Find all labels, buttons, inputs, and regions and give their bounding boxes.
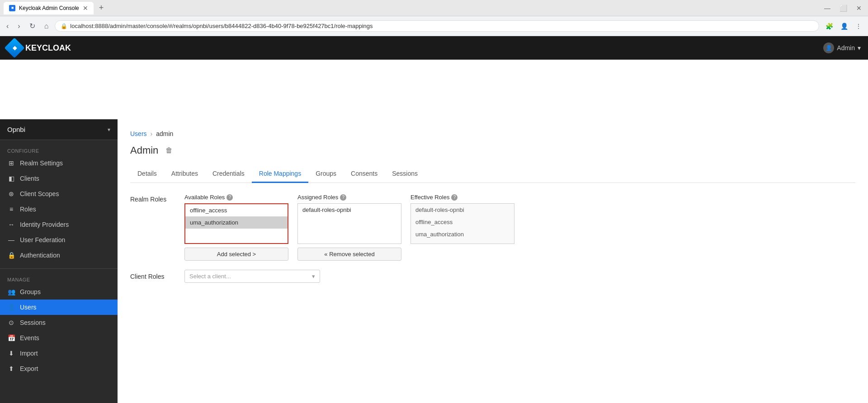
assigned-roles-column: Assigned Roles ? default-roles-opnbi « R… — [297, 194, 401, 261]
logo-text: KEYCLOAK — [25, 43, 71, 53]
effective-roles-column: Effective Roles ? default-roles-opnbi of… — [410, 194, 514, 244]
sidebar-item-sessions[interactable]: ⊙ Sessions — [0, 315, 118, 330]
assigned-roles-help[interactable]: ? — [340, 194, 346, 201]
sidebar-item-identity-providers[interactable]: ↔ Identity Providers — [0, 217, 118, 232]
assigned-roles-list[interactable]: default-roles-opnbi — [297, 203, 401, 244]
clients-icon: ◧ — [7, 175, 15, 182]
sidebar-item-label: Import — [20, 350, 38, 357]
configure-section-title: Configure — [0, 145, 118, 155]
tab-consents[interactable]: Consents — [344, 165, 385, 183]
sidebar-item-clients[interactable]: ◧ Clients — [0, 171, 118, 186]
sidebar-item-label: Sessions — [20, 319, 46, 326]
sidebar-item-roles[interactable]: ≡ Roles — [0, 202, 118, 217]
effective-roles-help[interactable]: ? — [451, 194, 458, 201]
tab-credentials[interactable]: Credentials — [205, 165, 252, 183]
sidebar-item-label: Users — [20, 304, 37, 311]
available-roles-list[interactable]: offline_access uma_authorization — [184, 203, 288, 244]
admin-label: Admin — [837, 44, 855, 52]
sidebar-item-label: Groups — [20, 288, 41, 295]
address-bar[interactable]: 🔒 localhost:8888/admin/master/console/#/… — [55, 20, 819, 32]
events-icon: 📅 — [7, 334, 15, 342]
user-avatar: 👤 — [823, 42, 834, 53]
home-button[interactable]: ⌂ — [42, 20, 52, 32]
tab-role-mappings[interactable]: Role Mappings — [252, 165, 308, 183]
add-selected-button[interactable]: Add selected > — [184, 248, 288, 261]
sidebar-item-import[interactable]: ⬇ Import — [0, 346, 118, 361]
sidebar-item-authentication[interactable]: 🔒 Authentication — [0, 248, 118, 263]
close-browser-button[interactable]: ✕ — [854, 5, 864, 12]
tab-title: Keycloak Admin Console — [19, 5, 79, 11]
realm-roles-label: Realm Roles — [130, 196, 175, 203]
sidebar-item-label: Export — [20, 365, 38, 372]
sidebar-item-label: Roles — [20, 206, 36, 213]
realm-selector[interactable]: Opnbi ▾ — [0, 119, 118, 140]
authentication-icon: 🔒 — [7, 252, 15, 259]
forward-button[interactable]: › — [15, 20, 23, 32]
user-federation-icon: — — [7, 236, 15, 244]
manage-section-title: Manage — [0, 274, 118, 284]
tab-close-button[interactable]: ✕ — [83, 5, 88, 12]
effective-roles-list: default-roles-opnbi offline_access uma_a… — [410, 203, 514, 244]
breadcrumb-current: admin — [156, 130, 173, 137]
client-roles-section: Client Roles Select a client... ▾ — [130, 270, 855, 283]
maximize-button[interactable]: ⬜ — [837, 5, 850, 12]
realm-settings-icon: ⊞ — [7, 159, 15, 167]
effective-role-default-roles: default-roles-opnbi — [411, 204, 514, 216]
role-item-offline-access[interactable]: offline_access — [185, 204, 288, 216]
delete-button[interactable]: 🗑 — [164, 145, 175, 156]
refresh-button[interactable]: ↻ — [27, 20, 38, 32]
sidebar-item-label: Clients — [20, 175, 39, 182]
client-select-placeholder: Select a client... — [189, 273, 231, 280]
effective-roles-title: Effective Roles — [410, 194, 449, 201]
sidebar-item-label: Client Scopes — [20, 190, 59, 197]
sessions-icon: ⊙ — [7, 319, 15, 326]
client-roles-label: Client Roles — [130, 273, 175, 280]
sidebar-item-user-federation[interactable]: — User Federation — [0, 232, 118, 248]
groups-icon: 👥 — [7, 288, 15, 295]
assigned-roles-title: Assigned Roles — [297, 194, 338, 201]
available-roles-help[interactable]: ? — [226, 194, 233, 201]
url-text: localhost:8888/admin/master/console/#/re… — [70, 23, 813, 29]
breadcrumb-users-link[interactable]: Users — [130, 130, 147, 137]
breadcrumb: Users › admin — [130, 130, 855, 137]
export-icon: ⬆ — [7, 365, 15, 372]
sidebar-item-client-scopes[interactable]: ⊛ Client Scopes — [0, 186, 118, 202]
client-scopes-icon: ⊛ — [7, 190, 15, 197]
back-button[interactable]: ‹ — [4, 20, 11, 32]
menu-button[interactable]: ⋮ — [853, 21, 864, 32]
tab-favicon: ◆ — [9, 5, 15, 11]
sidebar-item-realm-settings[interactable]: ⊞ Realm Settings — [0, 155, 118, 171]
address-lock-icon: 🔒 — [61, 23, 67, 29]
sidebar-item-label: Realm Settings — [20, 159, 63, 167]
role-item-default-roles-opnbi[interactable]: default-roles-opnbi — [298, 204, 401, 216]
minimize-button[interactable]: — — [821, 5, 833, 12]
client-select-dropdown[interactable]: Select a client... ▾ — [184, 270, 320, 283]
admin-dropdown-icon: ▾ — [858, 44, 861, 52]
breadcrumb-separator: › — [151, 130, 153, 137]
tab-attributes[interactable]: Attributes — [164, 165, 205, 183]
role-item-uma-authorization[interactable]: uma_authorization — [185, 216, 288, 229]
browser-tab[interactable]: ◆ Keycloak Admin Console ✕ — [4, 2, 94, 14]
sidebar-item-label: Identity Providers — [20, 221, 69, 228]
tab-details[interactable]: Details — [130, 165, 164, 183]
sidebar-item-events[interactable]: 📅 Events — [0, 330, 118, 346]
realm-dropdown-icon: ▾ — [108, 127, 110, 133]
tab-groups[interactable]: Groups — [308, 165, 344, 183]
profile-button[interactable]: 👤 — [838, 21, 851, 32]
users-icon: 👤 — [7, 304, 15, 311]
admin-user-menu[interactable]: 👤 Admin ▾ — [823, 42, 861, 53]
available-roles-column: Available Roles ? offline_access uma_aut… — [184, 194, 288, 261]
remove-selected-button[interactable]: « Remove selected — [297, 248, 401, 261]
client-select-arrow: ▾ — [312, 273, 315, 280]
sidebar-item-export[interactable]: ⬆ Export — [0, 361, 118, 376]
new-tab-button[interactable]: + — [97, 3, 106, 13]
logo-diamond: ◆ — [4, 37, 24, 58]
extensions-button[interactable]: 🧩 — [823, 21, 836, 32]
sidebar-item-label: Authentication — [20, 252, 60, 259]
tab-bar: Details Attributes Credentials Role Mapp… — [130, 165, 855, 183]
realm-name: Opnbi — [7, 126, 25, 133]
sidebar-item-users[interactable]: 👤 Users — [0, 300, 118, 315]
sidebar-item-groups[interactable]: 👥 Groups — [0, 284, 118, 300]
tab-sessions[interactable]: Sessions — [385, 165, 425, 183]
roles-icon: ≡ — [7, 206, 15, 213]
